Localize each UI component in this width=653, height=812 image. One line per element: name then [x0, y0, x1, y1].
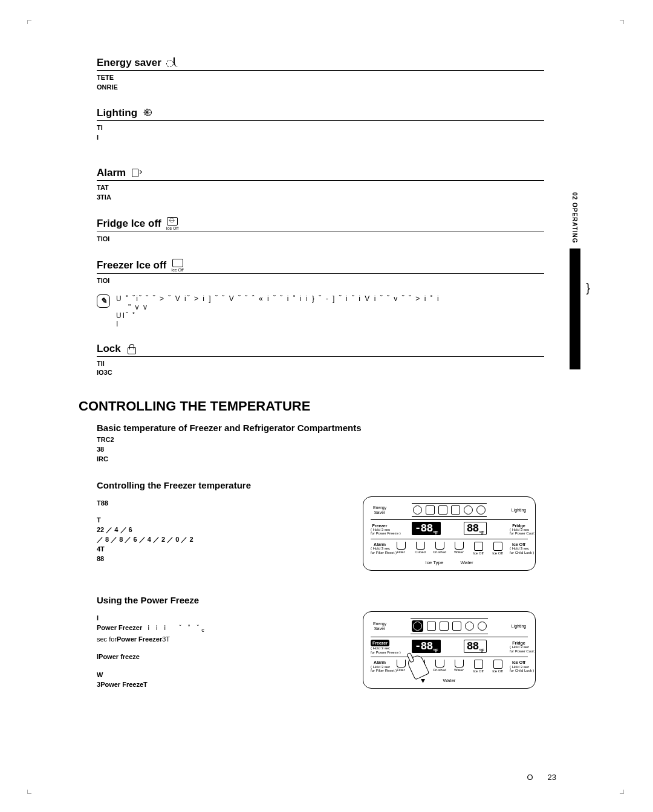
ice-off-icon: Ice Off [171, 259, 184, 272]
freezer-ice-off-body: TIOI [97, 276, 544, 286]
alarm-body: TAT 3TIA [97, 183, 544, 203]
crushed-ice-icon [435, 660, 444, 667]
filter-icon [476, 505, 486, 515]
crop-mark [27, 20, 31, 24]
alarm-icon [131, 167, 143, 178]
lock-icon [451, 505, 460, 515]
ice-off-note: ✎ U ˚ ˇiˇ ˇ ˇ > ˇ V iˇ > i ] ˇ ˇ V ˇ ˇ ˆ… [97, 294, 544, 328]
lighting-body: TI I [97, 123, 544, 143]
freezer-ice-off-heading: Freezer Ice off Ice Off [97, 259, 544, 274]
section-tab-label: 02 OPERATING [569, 187, 580, 248]
fridge-ice-off-heading: Fridge Ice off Ice Off [97, 217, 544, 232]
basic-temp-heading: Basic temperature of Freezer and Refrige… [97, 423, 544, 433]
energy-saver-heading: Energy saver [97, 57, 544, 71]
water-icon [455, 542, 464, 550]
cubed-ice-icon [416, 542, 425, 550]
ice-off-icon [493, 660, 502, 669]
display-panel-power-freeze: Energy Saver Lighting Freez [363, 611, 536, 689]
filter-icon [478, 622, 487, 631]
crop-mark [27, 790, 31, 794]
ice-off-icon [474, 660, 483, 669]
lock-icon [126, 343, 138, 354]
lock-heading: Lock [97, 343, 544, 357]
water-button-label: Water [461, 560, 473, 565]
ice-type-button-label: Ice Type [425, 560, 443, 565]
note-icon: ✎ [97, 294, 110, 308]
power-freeze-body: I Power Freezer i i i ˇ ˚ ˇc sec forPowe… [97, 614, 339, 690]
crop-mark [620, 790, 624, 794]
speaker-icon [440, 622, 449, 631]
sun-icon [465, 622, 474, 631]
water-icon [455, 660, 464, 667]
lock-icon [452, 622, 461, 631]
ice-off-icon: Ice Off [166, 217, 179, 230]
energy-icon [413, 622, 422, 631]
freezer-temp-body: T88 T 22 ／ 4 ／ 6 ／ 8 ／ 8 ／ 6 ／ 4 ／ 2 ／ 0… [97, 499, 339, 564]
basic-temp-body: TRC2 38 IRC [97, 435, 544, 464]
energy-icon [413, 505, 422, 515]
lock-body: TII IO3C [97, 359, 544, 378]
lighting-heading: Lighting [97, 107, 544, 121]
sun-icon [464, 505, 473, 515]
power-freeze-heading: Using the Power Freeze [97, 595, 544, 605]
plug-icon [426, 505, 435, 515]
water-button-label: Water [443, 678, 455, 683]
crop-mark [620, 20, 624, 24]
plug-icon [427, 622, 436, 631]
filter-icon [397, 660, 406, 667]
lighting-icon [142, 108, 154, 119]
energy-saver-icon [166, 57, 178, 68]
page-number: 23 [548, 773, 556, 782]
controlling-temperature-heading: CONTROLLING THE TEMPERATURE [79, 398, 623, 414]
thumb-index-block [570, 248, 580, 369]
section-tab: 02 OPERATING [569, 187, 580, 369]
freezer-temp-heading: Controlling the Freezer temperature [97, 480, 544, 490]
filter-icon [397, 542, 406, 550]
display-panel-illustration: Energy Saver Lighting Freezer( Hold 3 se… [363, 496, 536, 571]
brace-glyph: } [586, 281, 590, 295]
alarm-heading: Alarm [97, 167, 544, 181]
ice-off-icon [474, 542, 483, 551]
fridge-ice-off-body: TIOI [97, 235, 544, 244]
crushed-ice-icon [435, 542, 444, 550]
page-footer: O 23 [527, 773, 556, 782]
ice-off-icon [493, 542, 502, 551]
arrow-down-icon: ▾ [421, 675, 425, 685]
energy-saver-body: TETE ONRIE [97, 73, 544, 93]
speaker-icon [438, 505, 447, 515]
